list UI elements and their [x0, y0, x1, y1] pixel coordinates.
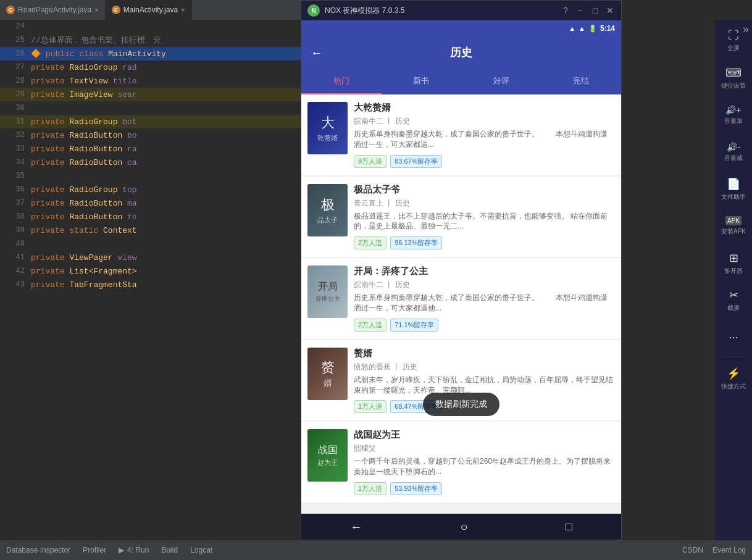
csdn-link[interactable]: CSDN	[682, 546, 703, 554]
logcat-button[interactable]: Logcat	[190, 546, 212, 554]
emulator-title-bar: N NOX 夜神模拟器 7.0.3.5 ? － □ ✕	[301, 1, 621, 20]
emulator-window: N NOX 夜神模拟器 7.0.3.5 ? － □ ✕ ▲ ▲ 🔋 5:14 ←…	[301, 0, 622, 540]
book-tags-1: 9万人追 83.67%留存率	[354, 155, 615, 168]
book-desc-1: 历史系单身狗秦墨穿越大乾，成了秦国公家的赘子世子。 本想斗鸡遛狗潇洒过一生，可大…	[354, 129, 615, 150]
code-line-38: 38 private RadioButton fe	[0, 210, 303, 224]
volume-down-button[interactable]: 🔊- 音量减	[717, 134, 751, 170]
profiler-button[interactable]: Profiler	[83, 546, 106, 554]
nav-recent-button[interactable]: □	[566, 520, 572, 533]
book-meta-5: 熙檬父	[354, 443, 615, 454]
close-button[interactable]: ✕	[605, 6, 615, 15]
tab-complete[interactable]: 完结	[541, 69, 622, 94]
volume-up-button[interactable]: 🔊+ 音量加	[717, 97, 751, 133]
emulator-window-controls: ? － □ ✕	[561, 6, 615, 15]
battery-icon: 🔋	[588, 25, 597, 33]
code-line-27: 27 private RadioGroup rad	[0, 61, 303, 74]
code-line-24: 24	[0, 20, 303, 33]
nav-back-button[interactable]: ←	[350, 520, 362, 534]
tab-icon-main: C	[112, 6, 120, 14]
back-button[interactable]: ←	[311, 46, 323, 60]
tab-hot[interactable]: 热门	[301, 69, 382, 94]
ide-bottom-bar: Database Inspector Profiler ▶ 4: Run Bui…	[0, 540, 752, 560]
completion-tag-1: 83.67%留存率	[390, 155, 442, 168]
maximize-button[interactable]: □	[590, 6, 600, 15]
book-info-3: 开局：弄疼了公主 皖南牛二 丨 历史 历史系单身狗秦墨穿越大乾，成了秦国公家的赘…	[354, 265, 615, 332]
screenshot-button[interactable]: ✂ 截屏	[717, 282, 751, 318]
book-title-5: 战国赵为王	[354, 429, 615, 441]
toast-message: 数据刷新完成	[423, 393, 499, 416]
book-meta-4: 愤怒的香蕉 丨 历史	[354, 362, 615, 372]
file-assistant-button[interactable]: 📄 文件助手	[717, 171, 751, 207]
keybind-button[interactable]: ⌨ 键位设置	[717, 60, 751, 96]
tab-main-activity[interactable]: C MainActivity.java ×	[106, 0, 192, 20]
minimize-button[interactable]: －	[575, 6, 585, 15]
build-button[interactable]: Build	[161, 546, 178, 554]
run-icon: ▶	[119, 546, 124, 554]
code-line-30: 30	[0, 101, 303, 115]
nav-home-button[interactable]: ○	[461, 520, 468, 534]
completion-tag-5: 53.93%留存率	[390, 482, 442, 495]
nav-bar: ← ○ □	[301, 514, 621, 540]
status-time: 5:14	[600, 24, 615, 33]
profiler-label: Profiler	[83, 546, 106, 554]
signal-icon: ▲	[579, 25, 585, 32]
more-button[interactable]: ···	[717, 319, 751, 355]
tab-icon-read: C	[6, 6, 15, 14]
book-desc-3: 历史系单身狗秦墨穿越大乾，成了秦国公家的赘子世子。 本想斗鸡遛狗潇洒过一生，可大…	[354, 293, 615, 314]
book-cover-4: 赘 婿	[307, 348, 348, 400]
phone-screen: ▲ ▲ 🔋 5:14 ← 历史 热门 新书 好评 完结	[301, 20, 621, 540]
expand-icon[interactable]: »	[743, 23, 749, 36]
database-inspector-label: Database Inspector	[6, 546, 70, 554]
book-item[interactable]: 极 品太子 极品太子爷 青云直上 丨 历史 极品逍遥王，比不上穿越后的太子爷。不…	[301, 177, 621, 257]
sidebar-divider	[721, 357, 746, 358]
readers-tag-3: 2万人追	[354, 319, 386, 332]
book-title-4: 赘婿	[354, 348, 615, 359]
shortcut-button[interactable]: ⚡ 快捷方式	[717, 361, 751, 396]
tab-close-main[interactable]: ×	[181, 6, 185, 14]
bottom-right-items: CSDN Event Log	[682, 546, 746, 554]
code-line-29: 29 private ImageView sear	[0, 88, 303, 101]
emulator-logo: N	[307, 4, 320, 17]
tab-close-read[interactable]: ×	[94, 6, 98, 14]
tab-label-main: MainActivity.java	[123, 6, 178, 14]
book-meta-1: 皖南牛二 丨 历史	[354, 116, 615, 127]
code-line-31: 31 private RadioGroup bot	[0, 115, 303, 128]
book-desc-2: 极品逍遥王，比不上穿越后的太子爷。不需要抗旨，也能够变强。 站在你面前的，是史上…	[354, 211, 615, 232]
book-title-3: 开局：弄疼了公主	[354, 265, 615, 277]
code-line-26: 26 🔶 public class MainActivity	[0, 47, 303, 61]
book-cover-2: 极 品太子	[307, 184, 348, 236]
code-line-39: 39 private static Context	[0, 224, 303, 237]
app-header: ← 历史	[301, 36, 621, 69]
readers-tag-2: 2万人追	[354, 236, 386, 249]
tab-new[interactable]: 新书	[382, 69, 462, 94]
event-log-button[interactable]: Event Log	[712, 546, 746, 554]
code-line-35: 35	[0, 169, 303, 183]
app-title: 历史	[332, 45, 590, 60]
multi-open-button[interactable]: ⊞ 多开器	[717, 245, 751, 281]
database-inspector-button[interactable]: Database Inspector	[6, 546, 70, 554]
completion-tag-3: 71.1%留存率	[390, 319, 438, 332]
book-item[interactable]: 开局 弄疼公主 开局：弄疼了公主 皖南牛二 丨 历史 历史系单身狗秦墨穿越大乾，…	[301, 258, 621, 339]
tab-read-page-activity[interactable]: C ReadPageActivity.java ×	[0, 0, 106, 20]
code-line-42: 42 private List<Fragment>	[0, 264, 303, 278]
book-meta-2: 青云直上 丨 历史	[354, 198, 615, 209]
code-line-32: 32 private RadioButton bo	[0, 128, 303, 142]
book-tags-3: 2万人追 71.1%留存率	[354, 319, 615, 332]
help-button[interactable]: ?	[561, 6, 570, 15]
readers-tag-1: 9万人追	[354, 155, 386, 168]
app-tabs: 热门 新书 好评 完结	[301, 69, 621, 94]
install-apk-button[interactable]: APK 安装APK	[717, 208, 751, 244]
code-line-28: 28 private TextView title	[0, 74, 303, 88]
book-list: 大 乾赘婿 大乾赘婿 皖南牛二 丨 历史 历史系单身狗秦墨穿越大乾，成了秦国公家…	[301, 94, 621, 514]
code-line-37: 37 private RadioButton ma	[0, 196, 303, 210]
book-item[interactable]: 大 乾赘婿 大乾赘婿 皖南牛二 丨 历史 历史系单身狗秦墨穿越大乾，成了秦国公家…	[301, 94, 621, 175]
book-item[interactable]: 战国 赵为王 战国赵为王 熙檬父 一个两千年后的灵魂，穿越到了公元前260年赵孝…	[301, 422, 621, 503]
code-line-25: 25 //总体界面，包含书架、排行榜、分	[0, 33, 303, 47]
code-line-34: 34 private RadioButton ca	[0, 156, 303, 169]
readers-tag-5: 1万人追	[354, 482, 386, 495]
book-title-1: 大乾赘婿	[354, 102, 615, 114]
tab-good-review[interactable]: 好评	[461, 69, 541, 94]
run-button[interactable]: ▶ 4: Run	[119, 546, 149, 554]
code-line-43: 43 private TabFragmentSta	[0, 278, 303, 291]
code-line-36: 36 private RadioGroup top	[0, 183, 303, 196]
